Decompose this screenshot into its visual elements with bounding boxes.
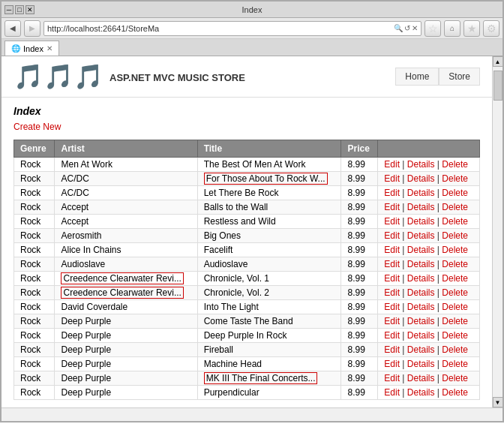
delete-link[interactable]: Delete bbox=[442, 173, 468, 184]
refresh-icon[interactable]: ↺ bbox=[404, 24, 410, 32]
table-row: RockDeep PurplePurpendicular8.99Edit | D… bbox=[14, 386, 480, 400]
store-nav-button[interactable]: Store bbox=[439, 68, 480, 86]
details-link[interactable]: Details bbox=[407, 302, 435, 312]
price-cell: 8.99 bbox=[341, 343, 378, 357]
scrollbar[interactable]: ▲ ▼ bbox=[492, 56, 502, 407]
delete-link[interactable]: Delete bbox=[442, 216, 468, 227]
details-link[interactable]: Details bbox=[407, 387, 435, 398]
maximize-button[interactable]: □ bbox=[15, 5, 24, 14]
edit-link[interactable]: Edit bbox=[384, 302, 400, 312]
delete-link[interactable]: Delete bbox=[442, 259, 468, 269]
table-row: RockAC/DCFor Those About To Rock W...8.9… bbox=[14, 172, 480, 186]
edit-link[interactable]: Edit bbox=[384, 245, 400, 255]
scroll-down-button[interactable]: ▼ bbox=[493, 397, 503, 407]
details-link[interactable]: Details bbox=[407, 273, 435, 284]
forward-button[interactable]: ▶ bbox=[24, 20, 40, 37]
separator-2: | bbox=[435, 159, 442, 170]
details-link[interactable]: Details bbox=[407, 188, 435, 198]
separator-1: | bbox=[400, 387, 407, 398]
delete-link[interactable]: Delete bbox=[442, 230, 468, 241]
star-button[interactable]: ☆ bbox=[424, 20, 441, 37]
home-nav-button[interactable]: Home bbox=[395, 68, 439, 86]
details-link[interactable]: Details bbox=[407, 344, 435, 355]
edit-link[interactable]: Edit bbox=[384, 188, 400, 198]
details-link[interactable]: Details bbox=[407, 316, 435, 326]
tools-button[interactable]: ⚙ bbox=[483, 20, 500, 37]
genre-header: Genre bbox=[14, 140, 55, 158]
delete-link[interactable]: Delete bbox=[442, 273, 468, 284]
scroll-track[interactable] bbox=[493, 67, 503, 397]
edit-link[interactable]: Edit bbox=[384, 216, 400, 227]
edit-link[interactable]: Edit bbox=[384, 159, 400, 170]
delete-link[interactable]: Delete bbox=[442, 159, 468, 170]
details-link[interactable]: Details bbox=[407, 359, 435, 369]
price-cell: 8.99 bbox=[341, 243, 378, 257]
edit-link[interactable]: Edit bbox=[384, 330, 400, 341]
scroll-thumb[interactable] bbox=[494, 71, 502, 101]
delete-link[interactable]: Delete bbox=[442, 373, 468, 383]
scroll-up-button[interactable]: ▲ bbox=[493, 56, 503, 67]
genre-cell: Rock bbox=[14, 200, 55, 215]
address-bar[interactable]: http://localhost:26641/StoreMa 🔍 ↺ ✕ bbox=[44, 21, 422, 36]
title-cell: MK III The Final Concerts... bbox=[197, 371, 341, 386]
logo-icon: 🎵🎵🎵 bbox=[14, 62, 104, 91]
edit-link[interactable]: Edit bbox=[384, 259, 400, 269]
edit-link[interactable]: Edit bbox=[384, 173, 400, 184]
price-cell: 8.99 bbox=[341, 215, 378, 229]
title-cell: Let There Be Rock bbox=[197, 186, 341, 200]
delete-link[interactable]: Delete bbox=[442, 387, 468, 398]
separator-1: | bbox=[400, 159, 407, 170]
tab-close-button[interactable]: ✕ bbox=[46, 44, 52, 53]
search-icon[interactable]: 🔍 bbox=[394, 24, 403, 32]
edit-link[interactable]: Edit bbox=[384, 230, 400, 241]
artist-cell: Deep Purple bbox=[55, 329, 197, 343]
delete-link[interactable]: Delete bbox=[442, 302, 468, 312]
close-button[interactable]: ✕ bbox=[26, 5, 34, 14]
home-icon[interactable]: ⌂ bbox=[444, 20, 460, 37]
details-link[interactable]: Details bbox=[407, 287, 435, 298]
genre-cell: Rock bbox=[14, 286, 55, 300]
delete-link[interactable]: Delete bbox=[442, 245, 468, 255]
favorites-button[interactable]: ★ bbox=[464, 20, 480, 37]
actions-cell: Edit | Details | Delete bbox=[378, 215, 480, 229]
title-cell: Restless and Wild bbox=[197, 215, 341, 229]
back-button[interactable]: ◀ bbox=[4, 20, 21, 37]
details-link[interactable]: Details bbox=[407, 259, 435, 269]
genre-cell: Rock bbox=[14, 329, 55, 343]
details-link[interactable]: Details bbox=[407, 330, 435, 341]
delete-link[interactable]: Delete bbox=[442, 188, 468, 198]
header-nav: Home Store bbox=[395, 68, 480, 86]
edit-link[interactable]: Edit bbox=[384, 202, 400, 212]
details-link[interactable]: Details bbox=[407, 159, 435, 170]
delete-link[interactable]: Delete bbox=[442, 202, 468, 212]
details-link[interactable]: Details bbox=[407, 216, 435, 227]
edit-link[interactable]: Edit bbox=[384, 344, 400, 355]
tab-label: Index bbox=[23, 44, 44, 53]
delete-link[interactable]: Delete bbox=[442, 330, 468, 341]
actions-cell: Edit | Details | Delete bbox=[378, 329, 480, 343]
delete-link[interactable]: Delete bbox=[442, 359, 468, 369]
details-link[interactable]: Details bbox=[407, 202, 435, 212]
edit-link[interactable]: Edit bbox=[384, 359, 400, 369]
edit-link[interactable]: Edit bbox=[384, 387, 400, 398]
edit-link[interactable]: Edit bbox=[384, 316, 400, 326]
minimize-button[interactable]: ─ bbox=[4, 5, 14, 14]
actions-cell: Edit | Details | Delete bbox=[378, 229, 480, 243]
edit-link[interactable]: Edit bbox=[384, 287, 400, 298]
actions-cell: Edit | Details | Delete bbox=[378, 286, 480, 300]
edit-link[interactable]: Edit bbox=[384, 373, 400, 383]
artist-cell: Deep Purple bbox=[55, 314, 197, 329]
close-addr-icon[interactable]: ✕ bbox=[412, 24, 418, 32]
active-tab[interactable]: 🌐 Index ✕ bbox=[4, 41, 59, 56]
details-link[interactable]: Details bbox=[407, 230, 435, 241]
delete-link[interactable]: Delete bbox=[442, 344, 468, 355]
title-cell: Come Taste The Band bbox=[197, 314, 341, 329]
delete-link[interactable]: Delete bbox=[442, 287, 468, 298]
edit-link[interactable]: Edit bbox=[384, 273, 400, 284]
delete-link[interactable]: Delete bbox=[442, 316, 468, 326]
details-link[interactable]: Details bbox=[407, 373, 435, 383]
create-new-link[interactable]: Create New bbox=[14, 122, 480, 132]
title-cell: Chronicle, Vol. 2 bbox=[197, 286, 341, 300]
details-link[interactable]: Details bbox=[407, 173, 435, 184]
details-link[interactable]: Details bbox=[407, 245, 435, 255]
